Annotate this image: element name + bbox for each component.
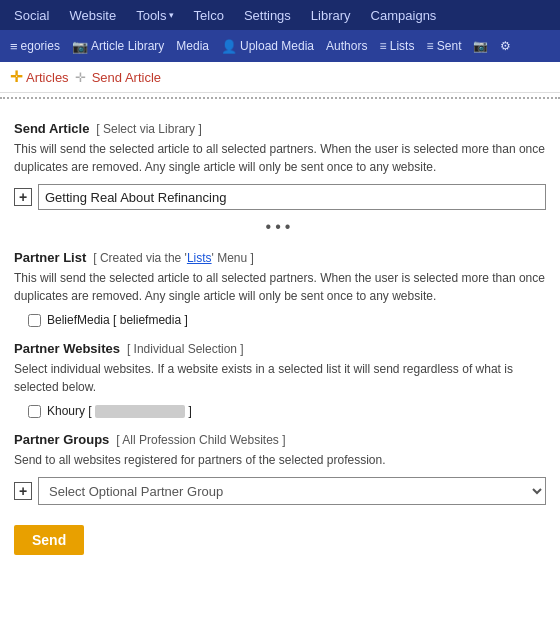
- partner-list-checkbox-row: BeliefMedia [ beliefmedia ]: [28, 313, 546, 327]
- main-content: Send Article [ Select via Library ] This…: [0, 111, 560, 565]
- breadcrumb-separator: ✛: [75, 70, 86, 85]
- nav-settings[interactable]: Settings: [234, 0, 301, 30]
- blurred-email: [95, 405, 185, 418]
- subnav-sent[interactable]: ≡ Sent: [420, 30, 467, 62]
- ellipsis-separator: •••: [14, 218, 546, 236]
- send-article-desc: This will send the selected article to a…: [14, 140, 546, 176]
- subnav-media[interactable]: Media: [170, 30, 215, 62]
- subnav-article-library[interactable]: 📷Article Library: [66, 30, 170, 62]
- lists-link[interactable]: Lists: [187, 251, 212, 265]
- partner-groups-tag: [ All Profession Child Websites ]: [113, 433, 286, 447]
- person-icon: 👤: [221, 39, 237, 54]
- list-icon3: ≡: [426, 39, 433, 53]
- dotted-separator: [0, 97, 560, 99]
- nav-social[interactable]: Social: [4, 0, 59, 30]
- subnav-gear[interactable]: ⚙: [494, 30, 517, 62]
- nav-website[interactable]: Website: [59, 0, 126, 30]
- partner-groups-select-row: + Select Optional Partner Group: [14, 477, 546, 505]
- article-title-input[interactable]: [38, 184, 546, 210]
- partner-group-select[interactable]: Select Optional Partner Group: [38, 477, 546, 505]
- khoury-checkbox[interactable]: [28, 405, 41, 418]
- camera-icon: 📷: [72, 39, 88, 54]
- top-navigation: Social Website Tools ▾ Telco Settings Li…: [0, 0, 560, 30]
- breadcrumb-articles[interactable]: ✛ Articles: [10, 68, 69, 86]
- nav-tools[interactable]: Tools ▾: [126, 0, 183, 30]
- partner-list-tag: [ Created via the 'Lists' Menu ]: [90, 251, 254, 265]
- partner-groups-title: Partner Groups [ All Profession Child We…: [14, 432, 546, 447]
- list-icon2: ≡: [379, 39, 386, 53]
- partner-websites-desc: Select individual websites. If a website…: [14, 360, 546, 396]
- khoury-label: Khoury [ ]: [47, 404, 192, 418]
- send-article-title: Send Article [ Select via Library ]: [14, 121, 546, 136]
- subnav-lists[interactable]: ≡ Lists: [373, 30, 420, 62]
- send-button[interactable]: Send: [14, 525, 84, 555]
- breadcrumb: ✛ Articles ✛ Send Article: [0, 62, 560, 93]
- sub-navigation: ≡egories 📷Article Library Media 👤Upload …: [0, 30, 560, 62]
- partner-list-desc: This will send the selected article to a…: [14, 269, 546, 305]
- beliefmedia-label: BeliefMedia [ beliefmedia ]: [47, 313, 188, 327]
- send-article-tag: [ Select via Library ]: [93, 122, 202, 136]
- partner-websites-title: Partner Websites [ Individual Selection …: [14, 341, 546, 356]
- beliefmedia-checkbox[interactable]: [28, 314, 41, 327]
- add-article-button[interactable]: +: [14, 188, 32, 206]
- breadcrumb-send-article[interactable]: Send Article: [92, 70, 161, 85]
- subnav-upload-media[interactable]: 👤Upload Media: [215, 30, 320, 62]
- list-icon: ≡: [10, 39, 18, 54]
- subnav-camera2[interactable]: 📷: [467, 30, 494, 62]
- nav-telco[interactable]: Telco: [184, 0, 234, 30]
- plus-icon: ✛: [10, 68, 23, 86]
- partner-groups-desc: Send to all websites registered for part…: [14, 451, 546, 469]
- nav-campaigns[interactable]: Campaigns: [361, 0, 447, 30]
- subnav-authors[interactable]: Articles Authors: [320, 30, 373, 62]
- add-group-button[interactable]: +: [14, 482, 32, 500]
- send-article-input-row: +: [14, 184, 546, 210]
- nav-library[interactable]: Library: [301, 0, 361, 30]
- partner-list-title: Partner List [ Created via the 'Lists' M…: [14, 250, 546, 265]
- subnav-categories[interactable]: ≡egories: [4, 30, 66, 62]
- khoury-checkbox-row: Khoury [ ]: [28, 404, 546, 418]
- partner-websites-tag: [ Individual Selection ]: [124, 342, 244, 356]
- chevron-down-icon: ▾: [169, 10, 174, 20]
